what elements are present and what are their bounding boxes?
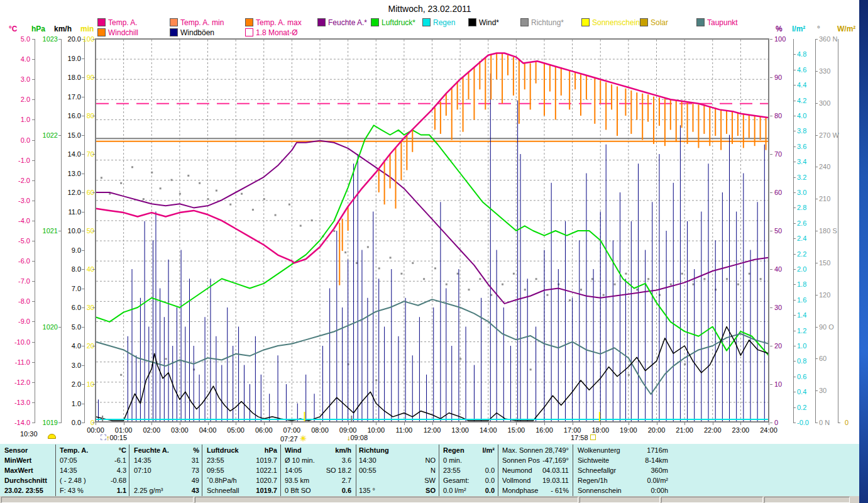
sensor-data-table: SensorMinWertMaxWertDurchschnitt23.02. 2… [0, 444, 859, 497]
time-tick [96, 423, 96, 425]
moon-up-time: 00:15 [110, 434, 128, 441]
direction-dot [457, 273, 459, 275]
time-label-12:00: 12:00 [424, 426, 441, 434]
table-row: Max. Sonnen28,749° [500, 445, 571, 455]
axis-tick-label: 10.0 [60, 227, 81, 235]
direction-dot [536, 278, 537, 280]
axis-tick [815, 231, 818, 231]
axis-tick [815, 39, 818, 40]
axis-header-km/h: km/h [54, 25, 72, 33]
table-cell-value: 0.0 [485, 485, 495, 495]
time-tick [348, 423, 349, 425]
axis-line [793, 39, 794, 423]
axis-tick-label: -2.0 [5, 177, 30, 184]
legend-swatch-temp-a-max [245, 18, 253, 26]
direction-dot [603, 294, 605, 296]
direction-dot [241, 193, 243, 195]
axis-tick [92, 423, 95, 423]
status-bar [0, 496, 859, 503]
table-row: 14:354.3 [58, 465, 128, 475]
axis-tick [32, 119, 35, 120]
page-title: Mittwoch, 23.02.2011 [0, 4, 859, 14]
moonrise-icon [48, 433, 56, 440]
table-cell-value: l/m² [482, 445, 495, 455]
direction-dot [367, 246, 369, 248]
time-label-10:00: 10:00 [367, 426, 385, 434]
table-row: Sichtweite8-14km [576, 455, 670, 465]
axis-tick-label: 2.0 [5, 96, 30, 103]
table-cell-label: Schneefallgr [578, 465, 616, 475]
axis-tick-label: 60 [774, 189, 782, 196]
time-label-15:00: 15:00 [508, 426, 525, 434]
table-cell-label: 0 Bft SO [285, 485, 311, 495]
moon-icon [48, 434, 56, 439]
direction-dot [614, 284, 616, 285]
table-row: 0 min. [441, 455, 497, 465]
time-label-18:00: 18:00 [591, 426, 609, 434]
time-tick [264, 423, 265, 425]
axis-line [35, 39, 35, 423]
direction-dot [216, 190, 217, 192]
direction-dot [434, 267, 436, 269]
legend-item-temp-a-max: Temp. A. max [245, 18, 302, 26]
axis-header-W/m²: W/m² [837, 25, 855, 33]
axis-tick [82, 97, 84, 97]
axis-tick-label: 0.2 [797, 404, 806, 411]
axis-tick [793, 392, 796, 392]
axis-tick [770, 154, 772, 155]
legend-label-windchill: Windchill [108, 28, 138, 37]
moon-box-icon [101, 434, 106, 440]
legend-label-temp-a: Temp. A. [108, 18, 138, 27]
axis-header-°: ° [817, 25, 820, 33]
axis-tick [770, 39, 772, 40]
sunrise-time: 07:27 [280, 435, 298, 443]
moon-up-anno: ↑00:15 [101, 434, 127, 441]
direction-dot [207, 198, 209, 200]
axis-tick [793, 407, 796, 408]
axis-tick-label: -14.0 [5, 419, 30, 426]
time-tick [320, 423, 321, 425]
axis-tick-label: -11.0 [5, 358, 30, 366]
axis-tick-label: 2.0 [60, 380, 81, 388]
table-cell-value: 1019.7 [256, 485, 277, 495]
axis-tick-label: 1.4 [797, 311, 806, 319]
legend-swatch-wind [468, 18, 476, 26]
legend-swatch-taupunkt [696, 18, 705, 26]
table-cell-value: 1716m [647, 445, 668, 455]
table-row: 135 °SO [357, 485, 437, 495]
table-cell-label: ˆ0.8hPa/h [207, 475, 237, 485]
table-cell-value: 2.7 [342, 475, 351, 485]
axis-tick [793, 423, 796, 423]
legend-item-temp-a: Temp. A. [97, 18, 138, 26]
table-cell-label: 135 ° [359, 485, 375, 495]
axis-tick-label: 0.4 [797, 388, 806, 395]
axis-tick [770, 116, 772, 116]
sunset-icon [590, 434, 596, 440]
axis-tick [793, 254, 796, 255]
direction-dot [703, 278, 705, 280]
time-tick [432, 423, 433, 425]
time-tick [404, 423, 405, 425]
axis-tick-label: -0.0 [797, 419, 809, 426]
axis-tick-label: 0 [845, 419, 849, 426]
axis-tick [32, 99, 35, 100]
axis-tick [82, 212, 84, 213]
table-cell-label: 09:55 [207, 465, 224, 475]
direction-dot [165, 358, 167, 360]
table-cell-value: SW [424, 475, 436, 485]
table-cell-value: 28,749° [545, 445, 569, 455]
axis-tick-label: 0 [774, 419, 778, 426]
table-cell-label: 23:55 [207, 455, 224, 465]
axis-tick-label: 2.0 [797, 265, 806, 273]
axis-tick [815, 103, 818, 104]
axis-tick [82, 135, 84, 136]
axis-tick [32, 281, 35, 282]
time-tick [292, 423, 292, 425]
table-cell-label: Regen [443, 445, 464, 455]
direction-dot [344, 252, 346, 253]
axis-tick [82, 327, 84, 328]
direction-dot [375, 379, 377, 381]
table-cell-label: F: 43 % [60, 485, 84, 495]
table-row: Vollmond19.03.11 [500, 475, 571, 485]
table-cell-label: Schneefall [207, 485, 239, 495]
